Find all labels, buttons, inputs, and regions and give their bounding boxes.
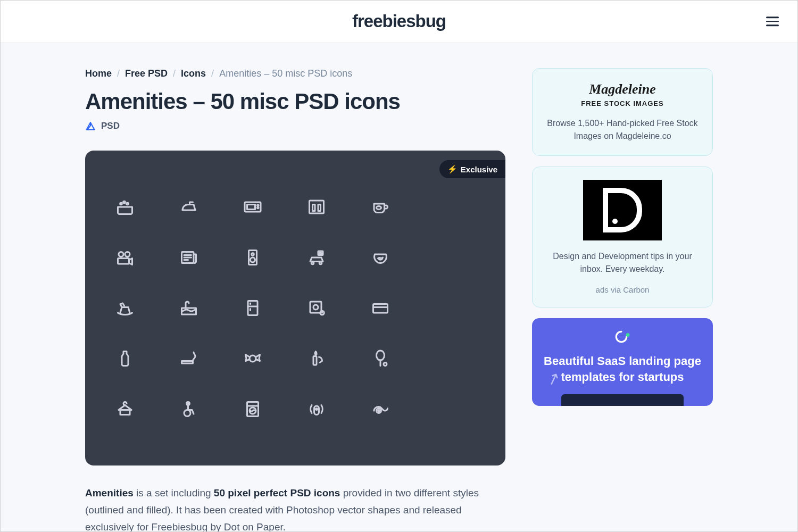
menu-button[interactable]: [766, 16, 779, 26]
svg-rect-9: [318, 204, 321, 211]
svg-rect-27: [182, 361, 193, 363]
wheelchair-icon: [178, 398, 200, 420]
svg-point-37: [316, 408, 318, 410]
creditcard-icon: [370, 297, 391, 319]
format-label: PSD: [101, 121, 120, 131]
bottle-icon: [114, 348, 136, 369]
jacuzzi-icon: [114, 196, 136, 218]
svg-rect-29: [313, 356, 317, 365]
fishbowl-icon: [370, 247, 391, 268]
svg-point-17: [251, 257, 255, 262]
svg-point-12: [125, 252, 130, 256]
sidebar: Magdeleine FREE STOCK IMAGES Browse 1,50…: [532, 68, 713, 532]
svg-point-31: [384, 362, 387, 365]
psd-icon: [85, 121, 96, 131]
tennis-icon: [370, 348, 391, 369]
svg-point-18: [311, 262, 314, 264]
saas-logo-icon: ●: [544, 330, 701, 347]
speaker-icon: [242, 247, 263, 268]
smoking-icon: [178, 348, 200, 369]
exclusive-badge: ⚡ Exclusive: [439, 160, 505, 178]
format-meta: PSD: [85, 121, 505, 131]
iron-icon: [178, 196, 200, 218]
hanger-icon: [114, 398, 136, 420]
svg-point-19: [319, 262, 322, 264]
breadcrumb-freepsd[interactable]: Free PSD: [125, 68, 168, 79]
carbon-ad-image: [583, 180, 662, 240]
carbon-via-link[interactable]: ads via Carbon: [544, 285, 701, 294]
svg-point-6: [257, 207, 259, 208]
svg-point-24: [313, 305, 318, 310]
breadcrumb: Home / Free PSD / Icons / Amenities – 50…: [85, 68, 505, 79]
videocamera-icon: [114, 247, 136, 268]
site-logo[interactable]: freebiesbug: [352, 11, 446, 31]
magdeleine-promo[interactable]: Magdeleine FREE STOCK IMAGES Browse 1,50…: [532, 68, 713, 156]
towel-icon: [370, 398, 391, 420]
svg-rect-22: [248, 301, 257, 315]
saas-title: Beautiful SaaS landing page templates fo…: [544, 353, 701, 385]
svg-point-39: [378, 410, 380, 411]
description: Amenities is a set including 50 pixel pe…: [85, 485, 505, 532]
svg-rect-4: [247, 204, 255, 209]
pool-icon: [178, 297, 200, 319]
svg-point-5: [257, 205, 259, 206]
svg-point-11: [119, 252, 123, 256]
candle-icon: [306, 348, 327, 369]
svg-point-0: [120, 203, 122, 205]
saas-screenshot: [561, 394, 684, 406]
magdeleine-title: Magdeleine: [544, 81, 701, 97]
header: freebiesbug: [1, 1, 797, 43]
safe-icon: [306, 297, 327, 319]
rocking-horse-icon: [114, 297, 136, 319]
svg-rect-8: [313, 204, 315, 211]
sensor-icon: [306, 398, 327, 420]
lightning-icon: ⚡: [447, 164, 458, 174]
carbon-ad[interactable]: Design and Development tips in your inbo…: [532, 167, 713, 307]
saas-promo[interactable]: ● Beautiful SaaS landing page templates …: [532, 318, 713, 406]
page-title: Amenities – 50 misc PSD icons: [85, 89, 505, 114]
hero-image: ⚡ Exclusive: [85, 151, 505, 466]
breadcrumb-icons[interactable]: Icons: [181, 68, 206, 79]
magdeleine-subtitle: FREE STOCK IMAGES: [544, 99, 701, 107]
toiletries-icon: [306, 196, 327, 218]
parking-icon: [306, 247, 327, 268]
magdeleine-text: Browse 1,500+ Hand-picked Free Stock Ima…: [544, 117, 701, 143]
coffee-icon: [370, 196, 391, 218]
svg-point-30: [377, 351, 385, 360]
washer-icon: [242, 398, 263, 420]
svg-rect-7: [310, 201, 324, 213]
fridge-icon: [242, 297, 263, 319]
breadcrumb-current: Amenities – 50 misc PSD icons: [219, 68, 352, 79]
svg-point-28: [250, 355, 256, 362]
svg-rect-26: [373, 304, 388, 313]
microwave-icon: [242, 196, 263, 218]
svg-rect-23: [310, 302, 321, 313]
svg-point-16: [252, 253, 254, 256]
svg-point-1: [123, 201, 126, 203]
svg-point-33: [184, 410, 190, 416]
svg-rect-13: [118, 258, 129, 264]
candy-icon: [242, 348, 263, 369]
svg-point-2: [127, 203, 129, 205]
newspaper-icon: [178, 247, 200, 268]
carbon-ad-text: Design and Development tips in your inbo…: [544, 250, 701, 276]
svg-point-32: [187, 402, 190, 405]
svg-point-10: [377, 206, 381, 209]
breadcrumb-home[interactable]: Home: [85, 68, 112, 79]
